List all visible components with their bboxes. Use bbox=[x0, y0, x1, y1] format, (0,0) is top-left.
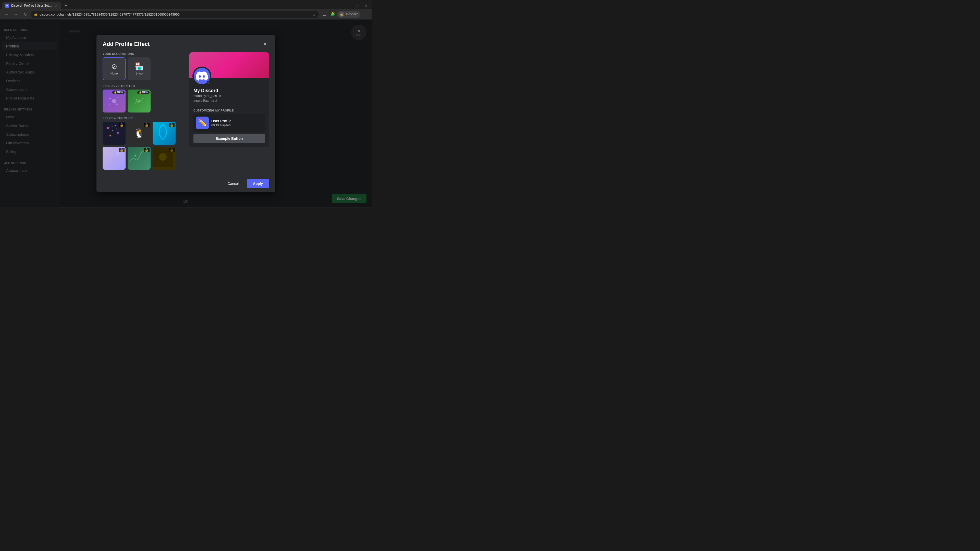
profile-banner bbox=[189, 52, 269, 78]
svg-line-17 bbox=[115, 125, 118, 133]
none-icon: ⊘ bbox=[111, 62, 117, 71]
browser-chrome: D Discord | Profiles | User Settings ✕ +… bbox=[0, 0, 372, 20]
modal-header: Add Profile Effect ✕ bbox=[97, 35, 275, 52]
nitro-new-badge-2: 🔒 NEW bbox=[137, 91, 150, 94]
incognito-icon: 🕵 bbox=[339, 12, 344, 17]
svg-point-5 bbox=[116, 103, 118, 105]
reload-button[interactable]: ↻ bbox=[21, 11, 29, 18]
customizing-title: CUSTOMIZING MY PROFILE bbox=[193, 109, 265, 112]
preview-item-4[interactable]: 🔒 bbox=[103, 147, 126, 170]
extensions-button[interactable]: 🧩 bbox=[329, 11, 336, 18]
active-tab[interactable]: D Discord | Profiles | User Settings ✕ bbox=[2, 2, 61, 9]
close-window-button[interactable]: ✕ bbox=[363, 2, 369, 9]
your-decorations-label: YOUR DECORATIONS bbox=[103, 52, 184, 56]
tab-favicon: D bbox=[5, 3, 9, 8]
none-decoration-item[interactable]: ⊘ None bbox=[103, 57, 126, 80]
svg-point-22 bbox=[105, 159, 108, 162]
modal-overlay: Add Profile Effect ✕ YOUR DECORATIONS ⊘ … bbox=[0, 20, 372, 207]
svg-point-19 bbox=[107, 152, 111, 156]
url-text: discord.com/channels/1182346851781984336… bbox=[40, 13, 310, 16]
svg-line-16 bbox=[108, 125, 115, 128]
cancel-button[interactable]: Cancel bbox=[223, 179, 244, 188]
nitro-item-2[interactable]: 🔒 NEW bbox=[127, 89, 151, 113]
lock-icon-2: 🔒 bbox=[139, 91, 142, 94]
shop-decoration-item[interactable]: 🏪 Shop bbox=[127, 57, 151, 80]
modal-title: Add Profile Effect bbox=[103, 41, 150, 48]
preview-grid: 🔒 bbox=[103, 122, 184, 170]
star-icon[interactable]: ☆ bbox=[312, 12, 316, 17]
preview-item-3[interactable]: 🔒 bbox=[153, 122, 176, 144]
nitro-item-1[interactable]: 🔒 NEW bbox=[103, 89, 126, 113]
svg-text:✦: ✦ bbox=[135, 155, 136, 157]
shop-icon: 🏪 bbox=[135, 62, 144, 71]
svg-point-3 bbox=[110, 98, 111, 99]
profile-username: moodjoy71_03619 bbox=[193, 94, 265, 98]
minimize-button[interactable]: — bbox=[346, 2, 353, 9]
customizing-section: CUSTOMIZING MY PROFILE ✏️ User Profile 0… bbox=[193, 109, 265, 132]
address-bar-row: ← → ↻ 🔒 discord.com/channels/11823468517… bbox=[0, 9, 372, 19]
preview-penguin-icon: 🐧 bbox=[127, 122, 151, 144]
preview-item-2[interactable]: 🔒 🐧 bbox=[127, 122, 151, 144]
preview-item-1[interactable]: 🔒 bbox=[103, 122, 126, 144]
profile-avatar-wrapper bbox=[192, 67, 211, 86]
tab-close-button[interactable]: ✕ bbox=[54, 3, 58, 8]
sidebar-toggle-button[interactable]: ☰ bbox=[321, 11, 328, 18]
forward-button[interactable]: → bbox=[12, 11, 19, 18]
avatar-status-indicator bbox=[207, 81, 210, 84]
address-bar[interactable]: 🔒 discord.com/channels/11823468517819843… bbox=[30, 11, 319, 18]
address-icons: ☆ bbox=[312, 12, 316, 17]
profile-name: My Discord bbox=[193, 88, 265, 94]
shop-label: Shop bbox=[135, 72, 143, 75]
nitro-grid: 🔒 NEW bbox=[103, 89, 184, 113]
lock-icon: 🔒 bbox=[114, 91, 117, 94]
svg-point-2 bbox=[112, 99, 116, 103]
activity-card: ✏️ User Profile 00:13 elapsed bbox=[193, 114, 265, 132]
modal-close-button[interactable]: ✕ bbox=[261, 40, 269, 48]
svg-point-26 bbox=[159, 153, 167, 161]
svg-point-9 bbox=[142, 98, 143, 99]
your-decorations-section: YOUR DECORATIONS ⊘ None 🏪 Shop bbox=[103, 52, 184, 80]
nitro-new-badge-1: 🔒 NEW bbox=[112, 91, 124, 94]
tab-controls: — □ ✕ bbox=[346, 2, 369, 9]
preview-item-6[interactable]: 🔒 bbox=[153, 147, 176, 170]
activity-info: User Profile 00:13 elapsed bbox=[211, 119, 262, 127]
profile-bio: Insert Text here! bbox=[193, 99, 265, 103]
decorations-panel: YOUR DECORATIONS ⊘ None 🏪 Shop bbox=[103, 52, 184, 170]
preview-shop-section: PREVIEW THE SHOP 🔒 bbox=[103, 117, 184, 170]
exclusive-nitro-label: EXCLUSIVE TO NITRO bbox=[103, 84, 184, 87]
activity-icon: ✏️ bbox=[196, 117, 209, 129]
svg-point-18 bbox=[112, 130, 113, 131]
profile-card: My Discord moodjoy71_03619 Insert Text h… bbox=[189, 52, 269, 147]
example-button[interactable]: Example Button bbox=[193, 134, 265, 143]
decorations-grid: ⊘ None 🏪 Shop bbox=[103, 57, 184, 80]
tab-bar: D Discord | Profiles | User Settings ✕ +… bbox=[0, 0, 372, 9]
none-label: None bbox=[110, 72, 118, 75]
browser-right-icons: ☰ 🧩 🕵 Incognito ⋮ bbox=[321, 11, 369, 18]
incognito-label: Incognito bbox=[346, 13, 358, 16]
activity-name: User Profile bbox=[211, 119, 262, 123]
profile-preview: My Discord moodjoy71_03619 Insert Text h… bbox=[189, 52, 269, 170]
activity-time: 00:13 elapsed bbox=[211, 124, 262, 127]
exclusive-nitro-section: EXCLUSIVE TO NITRO 🔒 NEW bbox=[103, 84, 184, 113]
maximize-button[interactable]: □ bbox=[354, 2, 361, 9]
new-tab-button[interactable]: + bbox=[62, 2, 69, 9]
menu-button[interactable]: ⋮ bbox=[361, 11, 369, 18]
tab-title: Discord | Profiles | User Settings bbox=[11, 4, 52, 7]
svg-point-15 bbox=[110, 135, 111, 137]
profile-info: My Discord moodjoy71_03619 Insert Text h… bbox=[189, 78, 269, 147]
apply-button[interactable]: Apply bbox=[247, 179, 269, 188]
svg-point-21 bbox=[116, 151, 119, 155]
add-profile-effect-modal: Add Profile Effect ✕ YOUR DECORATIONS ⊘ … bbox=[97, 35, 275, 192]
preview-item-5[interactable]: 🔒 ✦ bbox=[127, 147, 151, 170]
svg-point-4 bbox=[118, 97, 118, 98]
preview-shop-label: PREVIEW THE SHOP bbox=[103, 117, 184, 120]
svg-text:D: D bbox=[6, 5, 8, 7]
svg-point-6 bbox=[109, 104, 110, 105]
modal-body: YOUR DECORATIONS ⊘ None 🏪 Shop bbox=[97, 52, 275, 175]
modal-footer: Cancel Apply bbox=[97, 175, 275, 192]
back-button[interactable]: ← bbox=[3, 11, 10, 18]
incognito-button[interactable]: 🕵 Incognito bbox=[337, 11, 360, 18]
svg-point-20 bbox=[111, 157, 117, 162]
main-content: USER SETTINGS My Account Profiles Privac… bbox=[0, 20, 372, 207]
svg-point-8 bbox=[136, 99, 137, 100]
